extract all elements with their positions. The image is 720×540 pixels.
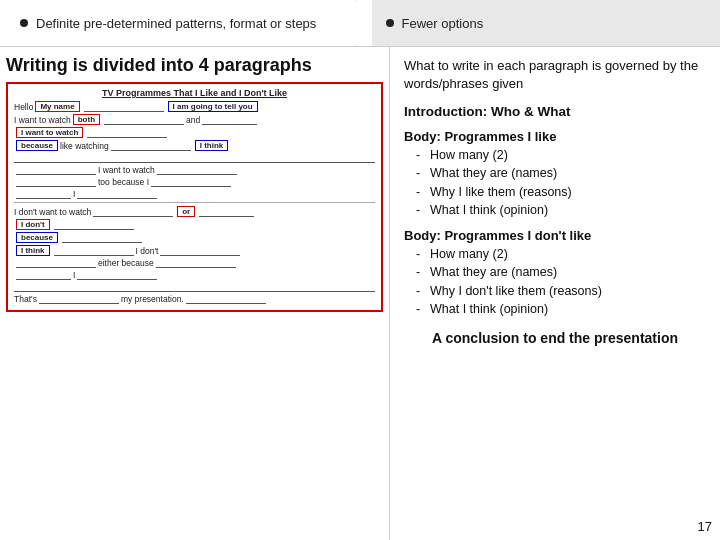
banner-right: Fewer options xyxy=(356,0,721,46)
body2-list: How many (2) What they are (names) Why I… xyxy=(404,246,706,317)
list-item: What I think (opinion) xyxy=(416,301,706,317)
list-item: What they are (names) xyxy=(416,264,706,280)
ws-blank xyxy=(16,189,71,199)
ws-text: and xyxy=(186,115,200,125)
ws-box-myname: My name xyxy=(35,101,79,112)
ws-blank xyxy=(77,270,157,280)
ws-row-12: either because xyxy=(14,258,375,268)
left-bullet-icon xyxy=(20,19,28,27)
ws-text: I want to watch xyxy=(14,115,71,125)
ws-full-line xyxy=(14,153,375,163)
ws-text: I don't want to watch xyxy=(14,207,91,217)
list-item: Why I don't like them (reasons) xyxy=(416,283,706,299)
body2-heading: Body: Programmes I don't like xyxy=(404,228,706,243)
ws-box-ithink2: I think xyxy=(16,245,50,256)
ws-blank xyxy=(54,220,134,230)
body1-list: How many (2) What they are (names) Why I… xyxy=(404,147,706,218)
ws-blank xyxy=(16,270,71,280)
ws-blank xyxy=(84,102,164,112)
ws-text: I xyxy=(73,270,75,280)
ws-text: I xyxy=(73,189,75,199)
ws-box-ithink: I think xyxy=(195,140,229,151)
ws-full-line-2 xyxy=(14,282,375,292)
ws-row-7: I xyxy=(14,189,375,199)
worksheet: TV Programmes That I Like and I Don't Li… xyxy=(6,82,383,312)
right-panel: What to write in each paragraph is gover… xyxy=(390,47,720,540)
left-panel: Writing is divided into 4 paragraphs A T… xyxy=(0,47,390,540)
list-item: Why I like them (reasons) xyxy=(416,184,706,200)
ws-blank xyxy=(77,189,157,199)
top-banner: Definite pre-determined patterns, format… xyxy=(0,0,720,47)
ws-box-because2: because xyxy=(16,232,58,243)
right-bullet-icon xyxy=(386,19,394,27)
ws-box-both: both xyxy=(73,114,100,125)
ws-blank xyxy=(199,207,254,217)
ws-title: TV Programmes That I Like and I Don't Li… xyxy=(14,88,375,98)
ws-row-13: I xyxy=(14,270,375,280)
ws-blank xyxy=(104,115,184,125)
ws-text: I don't xyxy=(136,246,159,256)
list-item: What I think (opinion) xyxy=(416,202,706,218)
ws-blank xyxy=(157,165,237,175)
ws-blank xyxy=(186,294,266,304)
ws-blank xyxy=(16,258,96,268)
main-content: Writing is divided into 4 paragraphs A T… xyxy=(0,47,720,540)
conclusion-text: A conclusion to end the presentation xyxy=(404,329,706,347)
ws-row-2: I want to watch both and xyxy=(14,114,375,125)
ws-row-5: I want to watch xyxy=(14,165,375,175)
ws-blank xyxy=(54,246,134,256)
ws-blank xyxy=(87,128,167,138)
ws-row-8: I don't want to watch or xyxy=(14,206,375,217)
ws-blank xyxy=(160,246,240,256)
ws-separator xyxy=(14,202,375,203)
ws-box-or: or xyxy=(177,206,195,217)
ws-blank xyxy=(151,177,231,187)
ws-blank xyxy=(202,115,257,125)
ws-text: my presentation. xyxy=(121,294,184,304)
banner-left-text: Definite pre-determined patterns, format… xyxy=(36,16,316,31)
ws-blank xyxy=(93,207,173,217)
ws-text: That's xyxy=(14,294,37,304)
ws-box-watchtv: I want to watch xyxy=(16,127,83,138)
list-item: What they are (names) xyxy=(416,165,706,181)
list-item: How many (2) xyxy=(416,246,706,262)
ws-row-3: I want to watch xyxy=(14,127,375,138)
ws-blank xyxy=(111,141,191,151)
ws-blank xyxy=(156,258,236,268)
left-panel-title: Writing is divided into 4 paragraphs xyxy=(6,55,383,76)
ws-row-14: That's my presentation. xyxy=(14,294,375,304)
ws-blank xyxy=(16,177,96,187)
list-item: How many (2) xyxy=(416,147,706,163)
ws-text: too because I xyxy=(98,177,149,187)
ws-blank xyxy=(62,233,142,243)
ws-blank xyxy=(39,294,119,304)
ws-row-11: I think I don't xyxy=(14,245,375,256)
ws-row-9: I don't xyxy=(14,219,375,230)
right-intro-text: What to write in each paragraph is gover… xyxy=(404,57,706,92)
page-number: 17 xyxy=(698,519,712,534)
ws-row-1: Hello My name I am going to tell you xyxy=(14,101,375,112)
ws-box-idont: I don't xyxy=(16,219,50,230)
ws-row-10: because xyxy=(14,232,375,243)
ws-box-telling: I am going to tell you xyxy=(168,101,258,112)
ws-text: I want to watch xyxy=(98,165,155,175)
ws-row-6: too because I xyxy=(14,177,375,187)
banner-left: Definite pre-determined patterns, format… xyxy=(0,0,356,46)
ws-blank xyxy=(16,165,96,175)
ws-row-4: because like watching I think xyxy=(14,140,375,151)
ws-text: either because xyxy=(98,258,154,268)
banner-right-text: Fewer options xyxy=(402,16,484,31)
ws-text: Hello xyxy=(14,102,33,112)
intro-heading: Introduction: Who & What xyxy=(404,104,706,119)
body1-heading: Body: Programmes I like xyxy=(404,129,706,144)
ws-box-because: because xyxy=(16,140,58,151)
ws-text: like watching xyxy=(60,141,109,151)
